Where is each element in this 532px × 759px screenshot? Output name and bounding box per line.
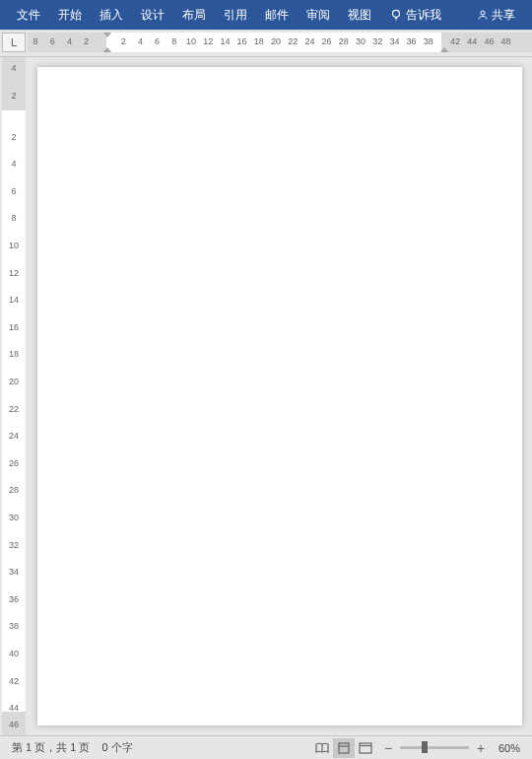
tab-mailings[interactable]: 邮件 — [256, 0, 298, 30]
web-layout-icon — [359, 742, 372, 754]
tab-file[interactable]: 文件 — [8, 0, 49, 30]
zoom-slider[interactable] — [400, 746, 469, 749]
ribbon-bar: 文件 开始 插入 设计 布局 引用 邮件 审阅 视图 告诉我 共享 — [0, 0, 532, 30]
zoom-out-button[interactable]: − — [380, 740, 396, 756]
svg-rect-2 — [339, 743, 349, 753]
print-layout-icon — [338, 742, 350, 754]
tab-references[interactable]: 引用 — [215, 0, 256, 30]
tell-me-button[interactable]: 告诉我 — [380, 0, 450, 30]
print-layout-button[interactable] — [333, 738, 355, 758]
tab-home[interactable]: 开始 — [49, 0, 91, 30]
page-number-status[interactable]: 第 1 页，共 1 页 — [6, 740, 96, 755]
svg-point-1 — [481, 11, 485, 15]
person-icon — [477, 9, 489, 21]
hanging-indent-marker[interactable] — [102, 47, 112, 52]
zoom-in-button[interactable]: + — [473, 740, 489, 756]
page[interactable] — [37, 67, 522, 725]
zoom-percentage[interactable]: 60% — [493, 742, 526, 754]
horizontal-ruler[interactable]: 8642246810121416182022242628303234363842… — [28, 33, 532, 52]
status-bar: 第 1 页，共 1 页 0 个字 − + 60% — [0, 735, 532, 759]
tab-insert[interactable]: 插入 — [91, 0, 132, 30]
zoom-slider-thumb[interactable] — [422, 741, 428, 753]
right-indent-marker[interactable] — [439, 47, 449, 52]
tab-design[interactable]: 设计 — [132, 0, 173, 30]
tab-stop-selector[interactable]: L — [2, 33, 26, 52]
word-count-status[interactable]: 0 个字 — [96, 740, 138, 755]
tab-view[interactable]: 视图 — [339, 0, 380, 30]
tab-review[interactable]: 审阅 — [298, 0, 339, 30]
tab-layout[interactable]: 布局 — [173, 0, 215, 30]
svg-rect-4 — [360, 743, 371, 753]
ruler-area: L 86422468101214161820222426283032343638… — [0, 30, 532, 57]
web-layout-button[interactable] — [355, 738, 376, 758]
share-button[interactable]: 共享 — [468, 0, 524, 30]
svg-point-0 — [393, 10, 400, 17]
share-label: 共享 — [492, 7, 515, 24]
workspace: 4224681012141618202224262830323436384042… — [0, 57, 532, 735]
lightbulb-icon — [389, 8, 403, 22]
read-mode-button[interactable] — [311, 738, 333, 758]
tell-me-label: 告诉我 — [406, 7, 441, 24]
document-area[interactable] — [28, 57, 532, 735]
first-line-indent-marker[interactable] — [102, 33, 112, 37]
vertical-ruler[interactable]: 4224681012141618202224262830323436384042… — [2, 57, 26, 735]
zoom-control: − + — [376, 740, 493, 756]
read-mode-icon — [315, 742, 329, 754]
